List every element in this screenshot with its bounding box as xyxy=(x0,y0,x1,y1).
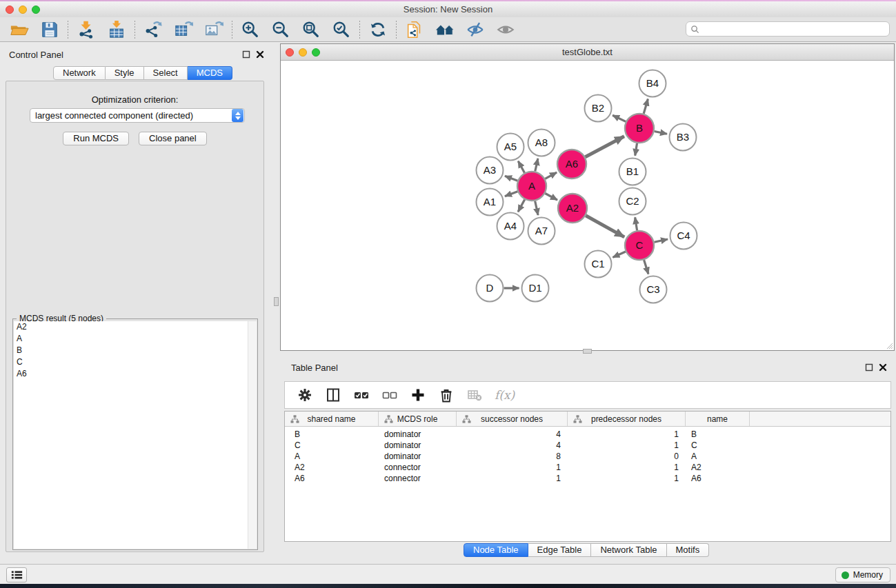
node-A6[interactable]: A6 xyxy=(557,150,586,179)
node-A3[interactable]: A3 xyxy=(477,157,504,184)
minimize-window-button[interactable] xyxy=(19,6,27,14)
node-D[interactable]: D xyxy=(477,275,504,302)
zoom-out-icon[interactable] xyxy=(270,19,292,40)
task-history-button[interactable] xyxy=(6,567,27,582)
column-header-MCDS-role[interactable]: MCDS role xyxy=(379,412,457,426)
network-document-icon[interactable] xyxy=(404,19,426,40)
edge-B-B1[interactable] xyxy=(635,143,637,156)
add-icon[interactable] xyxy=(410,387,426,403)
float-panel-icon[interactable] xyxy=(865,363,873,372)
home-icon[interactable] xyxy=(434,19,456,40)
dropdown-stepper-icon[interactable] xyxy=(232,109,243,122)
close-window-button[interactable] xyxy=(6,6,14,14)
node-C3[interactable]: C3 xyxy=(640,276,667,303)
node-A[interactable]: A xyxy=(517,172,546,201)
edge-C-C3[interactable] xyxy=(644,260,648,274)
edge-A-A3[interactable] xyxy=(505,176,517,181)
network-window-titlebar[interactable]: testGlobe.txt xyxy=(281,44,894,61)
memory-button[interactable]: Memory xyxy=(835,567,890,582)
edge-A2-C[interactable] xyxy=(586,216,624,237)
table-row[interactable]: Adominator80A xyxy=(285,451,890,462)
node-A7[interactable]: A7 xyxy=(528,218,555,245)
export-network-icon[interactable] xyxy=(142,19,164,40)
import-network-icon[interactable] xyxy=(75,19,97,40)
close-panel-icon[interactable] xyxy=(879,363,887,372)
resize-grip-icon[interactable] xyxy=(885,341,893,349)
edge-A-A5[interactable] xyxy=(518,161,524,173)
open-folder-icon[interactable] xyxy=(8,19,30,40)
node-A8[interactable]: A8 xyxy=(528,130,555,156)
edge-B-B2[interactable] xyxy=(613,115,626,121)
table-row[interactable]: Cdominator41C xyxy=(285,440,890,451)
select-all-icon[interactable] xyxy=(353,387,370,403)
tab-network[interactable]: Network xyxy=(53,66,106,80)
column-header-shared-name[interactable]: shared name xyxy=(285,412,379,426)
edge-A-A4[interactable] xyxy=(518,199,525,212)
vertical-divider-grip[interactable] xyxy=(274,297,279,306)
network-close-button[interactable] xyxy=(286,48,294,57)
mcds-result-list[interactable]: A2ABCA6 xyxy=(14,321,257,549)
refresh-icon[interactable] xyxy=(367,19,389,40)
hide-details-icon[interactable] xyxy=(464,19,486,40)
node-B[interactable]: B xyxy=(625,114,654,143)
node-A5[interactable]: A5 xyxy=(497,134,524,161)
save-icon[interactable] xyxy=(39,19,61,40)
table-row[interactable]: Bdominator41B xyxy=(285,429,890,440)
import-table-icon[interactable] xyxy=(106,19,128,40)
search-field[interactable] xyxy=(686,21,890,37)
result-item[interactable]: C xyxy=(14,356,257,368)
criterion-dropdown[interactable]: largest connected component (directed) xyxy=(30,108,245,123)
delete-icon[interactable] xyxy=(438,387,455,403)
run-mcds-button[interactable]: Run MCDS xyxy=(63,132,129,145)
tab-motifs[interactable]: Motifs xyxy=(667,543,710,557)
table-row[interactable]: A2connector11A2 xyxy=(285,462,890,473)
result-scrollbar[interactable] xyxy=(248,321,257,549)
table-row[interactable]: A6connector11A6 xyxy=(285,473,890,484)
tab-edge-table[interactable]: Edge Table xyxy=(528,543,592,557)
node-A1[interactable]: A1 xyxy=(477,189,504,216)
export-table-icon[interactable] xyxy=(172,19,195,40)
float-panel-icon[interactable] xyxy=(242,50,250,59)
network-graph[interactable]: AA1A2A3A4A5A6A7A8BB1B2B3B4CC1C2C3C4DD1 xyxy=(281,61,894,350)
show-details-icon[interactable] xyxy=(495,19,517,40)
node-C2[interactable]: C2 xyxy=(619,188,646,215)
edge-A-A7[interactable] xyxy=(535,201,538,216)
edge-A-A2[interactable] xyxy=(545,193,557,200)
tab-select[interactable]: Select xyxy=(144,66,188,80)
export-image-icon[interactable] xyxy=(203,19,225,40)
search-input[interactable] xyxy=(699,23,889,35)
edge-B-B3[interactable] xyxy=(655,131,667,134)
tab-style[interactable]: Style xyxy=(106,66,144,80)
columns-icon[interactable] xyxy=(325,387,341,403)
node-C1[interactable]: C1 xyxy=(585,251,612,278)
horizontal-divider-grip[interactable] xyxy=(583,349,592,354)
edge-C-C1[interactable] xyxy=(613,252,626,257)
node-table[interactable]: shared nameMCDS rolesuccessor nodesprede… xyxy=(284,411,891,542)
result-item[interactable]: A xyxy=(14,333,257,345)
zoom-fit-icon[interactable] xyxy=(300,19,322,40)
node-A4[interactable]: A4 xyxy=(497,213,524,240)
node-B2[interactable]: B2 xyxy=(585,95,612,122)
zoom-in-icon[interactable] xyxy=(239,19,261,40)
node-B4[interactable]: B4 xyxy=(639,70,666,97)
edge-A-A8[interactable] xyxy=(535,159,538,172)
result-item[interactable]: A2 xyxy=(14,321,257,333)
edge-A6-B[interactable] xyxy=(585,136,624,157)
edge-A-A6[interactable] xyxy=(545,172,557,179)
network-zoom-button[interactable] xyxy=(312,48,320,57)
result-item[interactable]: A6 xyxy=(14,368,257,380)
tab-mcds[interactable]: MCDS xyxy=(188,66,232,80)
edge-A-A1[interactable] xyxy=(505,192,517,196)
close-panel-button[interactable]: Close panel xyxy=(139,132,207,145)
node-D1[interactable]: D1 xyxy=(522,275,549,302)
zoom-selected-icon[interactable] xyxy=(330,19,352,40)
zoom-window-button[interactable] xyxy=(32,6,40,14)
result-item[interactable]: B xyxy=(14,345,257,356)
tab-node-table[interactable]: Node Table xyxy=(464,543,528,557)
edge-C-C2[interactable] xyxy=(635,217,637,230)
close-panel-icon[interactable] xyxy=(256,50,264,59)
edge-B-B4[interactable] xyxy=(644,99,648,114)
column-header-name[interactable]: name xyxy=(686,412,750,426)
node-C[interactable]: C xyxy=(625,231,654,260)
column-header-predecessor-nodes[interactable]: predecessor nodes xyxy=(568,412,686,426)
